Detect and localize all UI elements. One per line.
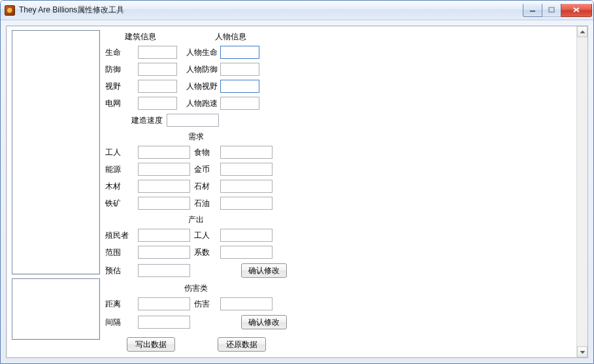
minimize-icon [529,7,536,13]
scroll-down-button[interactable] [577,346,587,357]
titlebar[interactable]: They Are Billions属性修改工具 [1,1,593,20]
prod-colonist-input[interactable] [138,229,190,242]
req-gold-input[interactable] [220,163,272,176]
dmg-interval-label: 间隔 [105,317,138,328]
prod-estimate-input[interactable] [138,264,190,277]
building-grid-label: 电网 [105,98,138,109]
char-defense-input[interactable] [220,63,259,76]
req-energy-label: 能源 [105,164,138,175]
build-speed-input[interactable] [167,114,219,127]
app-window: They Are Billions属性修改工具 [0,0,594,364]
prod-range-input[interactable] [138,246,190,259]
section-requirements-header: 需求 [105,131,287,142]
char-life-input[interactable] [220,46,259,59]
content-area: 建筑信息 人物信息 生命 人物生命 [7,26,576,357]
req-food-label: 食物 [194,147,220,158]
scroll-up-button[interactable] [577,26,587,37]
app-icon [5,5,15,16]
prod-colonist-label: 殖民者 [105,230,138,241]
dmg-confirm-button[interactable]: 确认修改 [241,315,287,329]
maximize-button [542,4,561,17]
building-defense-input[interactable] [138,63,177,76]
window-controls [523,4,592,17]
section-damage-header: 伤害类 [105,283,287,294]
building-life-label: 生命 [105,47,138,58]
prod-worker-input[interactable] [220,229,272,242]
minimize-button[interactable] [523,4,542,17]
req-oil-input[interactable] [220,197,272,210]
req-wood-input[interactable] [138,180,190,193]
building-vision-input[interactable] [138,80,177,93]
char-run-speed-input[interactable] [220,97,259,110]
req-iron-input[interactable] [138,197,190,210]
svg-marker-4 [580,31,585,33]
prod-range-label: 范围 [105,247,138,258]
req-stone-label: 石材 [194,181,220,192]
prod-worker-label: 工人 [194,230,220,241]
restore-data-button[interactable]: 还原数据 [218,337,266,352]
build-speed-label: 建造速度 [131,115,163,126]
dmg-distance-label: 距离 [105,299,138,310]
building-defense-label: 防御 [105,64,138,75]
maximize-icon [548,7,555,13]
dmg-distance-input[interactable] [138,297,190,310]
list-bottom[interactable] [12,278,100,340]
prod-confirm-button[interactable]: 确认修改 [241,263,287,278]
char-defense-label: 人物防御 [181,64,220,75]
client-area: 建筑信息 人物信息 生命 人物生命 [6,25,588,358]
window-title: They Are Billions属性修改工具 [19,5,523,16]
req-food-input[interactable] [220,146,272,159]
char-vision-label: 人物视野 [181,81,220,92]
section-character-header: 人物信息 [210,31,246,42]
write-data-button[interactable]: 写出数据 [127,337,175,352]
req-wood-label: 木材 [105,181,138,192]
char-run-speed-label: 人物跑速 [181,98,220,109]
chevron-up-icon [580,31,585,33]
list-top[interactable] [12,30,100,274]
req-oil-label: 石油 [194,198,220,209]
req-worker-input[interactable] [138,146,190,159]
building-life-input[interactable] [138,46,177,59]
req-iron-label: 铁矿 [105,198,138,209]
prod-coeff-input[interactable] [220,246,272,259]
building-grid-input[interactable] [138,97,177,110]
prod-estimate-label: 预估 [105,265,138,276]
svg-marker-5 [580,351,585,354]
section-building-header: 建筑信息 [105,31,210,42]
req-stone-input[interactable] [220,180,272,193]
char-life-label: 人物生命 [181,47,220,58]
close-icon [572,7,580,13]
req-gold-label: 金币 [194,164,220,175]
building-vision-label: 视野 [105,81,138,92]
prod-coeff-label: 系数 [194,247,220,258]
form-panel: 建筑信息 人物信息 生命 人物生命 [105,30,287,352]
dmg-damage-input[interactable] [220,297,272,310]
close-button[interactable] [561,4,592,17]
req-energy-input[interactable] [138,163,190,176]
req-worker-label: 工人 [105,147,138,158]
section-production-header: 产出 [105,214,287,225]
dmg-interval-input[interactable] [138,316,190,329]
chevron-down-icon [580,351,585,354]
dmg-damage-label: 伤害 [194,299,220,310]
vertical-scrollbar[interactable] [576,26,587,357]
char-vision-input[interactable] [220,80,259,93]
svg-rect-1 [549,8,554,12]
